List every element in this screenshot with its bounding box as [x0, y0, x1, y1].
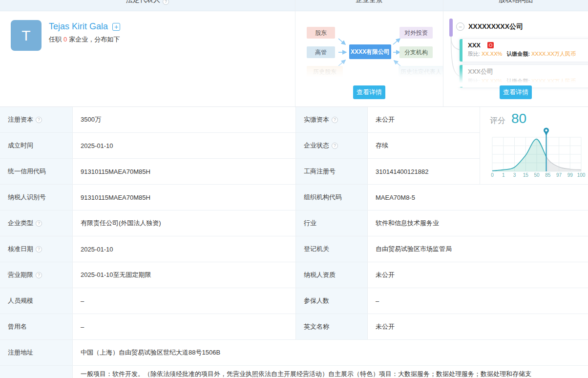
- table-row: 核准日期 2025-01-10 登记机关 自由贸易试验区市场监管局: [0, 236, 588, 262]
- field-label: 英文名称: [295, 314, 367, 339]
- score-chart-cell: 评分 80 0131550859799100: [480, 107, 588, 185]
- equity-ratio: XX.XX%: [482, 78, 502, 84]
- field-value: 2025-01-10: [72, 236, 295, 262]
- field-value: –: [367, 288, 588, 314]
- actual-controller-icon: [487, 42, 494, 48]
- node-outbound-investment[interactable]: 对外投资: [399, 27, 433, 39]
- svg-text:3: 3: [513, 172, 516, 178]
- company-info-table: 评分 80 0131550859799100 注册资本 3500万 实缴资本 未…: [0, 107, 588, 378]
- field-value: MAEA70M8-5: [367, 185, 588, 210]
- help-icon[interactable]: [36, 246, 42, 252]
- svg-text:99: 99: [567, 172, 573, 178]
- svg-text:97: 97: [556, 172, 562, 178]
- help-icon[interactable]: [36, 117, 42, 123]
- field-value: –: [72, 314, 295, 339]
- field-value: 有限责任公司(外国法人独资): [72, 210, 295, 236]
- equity-header: 股权结构图: [443, 0, 588, 11]
- svg-text:0: 0: [491, 172, 494, 178]
- node-branches[interactable]: 分支机构: [399, 46, 433, 58]
- company-count: 0: [63, 36, 67, 43]
- top-section: 法定代表人 T Tejas Kirit Gala 任职0家企业，分布如下 企业全…: [0, 0, 588, 107]
- equity-amount: XXXX.XX万人民币: [531, 78, 576, 84]
- node-history-legal-rep[interactable]: 历史法定代表人: [399, 66, 443, 78]
- node-executives[interactable]: 高管: [307, 46, 335, 58]
- field-label: 成立时间: [0, 133, 72, 158]
- help-icon[interactable]: [332, 117, 338, 123]
- equity-root-company[interactable]: XXXXXXXXX公司: [468, 22, 523, 31]
- legal-rep-header: 法定代表人: [0, 0, 295, 11]
- equity-panel: 股权结构图 XXXXXXXXX公司 XXX 股比:XX.XX% 认缴金额:XXX…: [443, 0, 588, 106]
- field-label: 纳税人识别号: [0, 185, 72, 210]
- field-label: 人员规模: [0, 288, 72, 314]
- table-row: 一般项目：软件开发。（除依法须经批准的项目外，凭营业执照依法自主开展经营活动）自…: [0, 366, 588, 378]
- field-value: 2025-01-10: [72, 133, 295, 158]
- field-label: 实缴资本: [295, 107, 367, 132]
- panorama-header-label: 企业全景: [356, 0, 383, 3]
- avatar: T: [11, 20, 42, 51]
- equity-detail-button[interactable]: 查看详情: [500, 85, 532, 99]
- field-value: 软件和信息技术服务业: [367, 210, 588, 236]
- equity-child-row[interactable]: XXX 股比:XX.XX% 认缴金额:XXXX.XX万人民币: [460, 39, 588, 62]
- node-company-center[interactable]: XXXX有限公司: [349, 44, 391, 59]
- collapse-icon[interactable]: [456, 22, 464, 31]
- field-value: 91310115MAEA70M85H: [72, 185, 295, 210]
- field-label: 营业期限: [0, 262, 72, 288]
- field-label: 企业状态: [295, 133, 367, 158]
- field-label: 纳税人资质: [295, 262, 367, 288]
- equity-child-name[interactable]: XXX: [468, 42, 481, 49]
- field-value: 91310115MAEA70M85H: [72, 159, 295, 184]
- legal-rep-name-link[interactable]: Tejas Kirit Gala: [49, 21, 120, 32]
- node-history-shareholders[interactable]: 历史股东: [307, 66, 343, 78]
- field-value: 中国（上海）自由贸易试验区世纪大道88号1506B: [72, 340, 588, 365]
- svg-text:50: 50: [534, 172, 540, 178]
- field-label: [0, 366, 72, 378]
- field-value: 未公开: [367, 262, 588, 288]
- table-row: 曾用名 – 英文名称 未公开: [0, 314, 588, 340]
- equity-header-label: 股权结构图: [499, 0, 533, 3]
- equity-amount: XXXX.XX万人民币: [531, 51, 576, 57]
- field-label: 注册资本: [0, 107, 72, 132]
- score-distribution-chart: 0131550859799100: [490, 126, 584, 179]
- table-row: 人员规模 – 参保人数 –: [0, 288, 588, 314]
- table-row: 企业类型 有限责任公司(外国法人独资) 行业 软件和信息技术服务业: [0, 210, 588, 236]
- table-row: 纳税人识别号 91310115MAEA70M85H 组织机构代码 MAEA70M…: [0, 185, 588, 210]
- field-label: 注册地址: [0, 340, 72, 365]
- legal-rep-panel: 法定代表人 T Tejas Kirit Gala 任职0家企业，分布如下: [0, 0, 295, 106]
- field-label: 核准日期: [0, 236, 72, 262]
- table-row: 营业期限 2025-01-10至无固定期限 纳税人资质 未公开: [0, 262, 588, 288]
- field-label: 统一信用代码: [0, 159, 72, 184]
- help-icon[interactable]: [36, 272, 42, 278]
- score-label: 评分: [490, 116, 505, 126]
- panorama-header: 企业全景: [295, 0, 443, 11]
- equity-child-row[interactable]: XXX公司 股比:XX.XX% 认缴金额:XXXX.XX万人民币: [460, 65, 588, 87]
- help-icon[interactable]: [332, 143, 338, 149]
- equity-ratio: XX.XX%: [482, 51, 502, 57]
- equity-root-bar: [449, 19, 453, 37]
- help-icon[interactable]: [163, 0, 169, 5]
- field-value: 3500万: [72, 107, 295, 132]
- legal-rep-name[interactable]: Tejas Kirit Gala: [49, 21, 108, 32]
- score-value: 80: [511, 111, 526, 126]
- node-shareholders[interactable]: 股东: [307, 27, 335, 39]
- table-row: 注册地址 中国（上海）自由贸易试验区世纪大道88号1506B: [0, 340, 588, 366]
- field-label: 参保人数: [295, 288, 367, 314]
- panorama-detail-button[interactable]: 查看详情: [353, 85, 385, 99]
- equity-child-bar: [460, 65, 462, 87]
- field-label: 行业: [295, 210, 367, 236]
- legal-rep-summary: 任职0家企业，分布如下: [49, 35, 120, 44]
- field-label: 组织机构代码: [295, 185, 367, 210]
- svg-text:1: 1: [502, 172, 505, 178]
- field-label: 曾用名: [0, 314, 72, 339]
- svg-text:85: 85: [545, 172, 551, 178]
- field-value: 2025-01-10至无固定期限: [72, 262, 295, 288]
- field-value: 自由贸易试验区市场监管局: [367, 236, 588, 262]
- equity-child-name[interactable]: XXX公司: [468, 67, 493, 76]
- panorama-panel: 企业全景 股东 高管 历史股东 XXXX有限公司 对外投资 分支机构 历史法定代…: [295, 0, 443, 106]
- field-label: 登记机关: [295, 236, 367, 262]
- avatar-letter: T: [21, 27, 30, 44]
- help-icon[interactable]: [36, 220, 42, 227]
- equity-child-bar: [460, 39, 462, 62]
- svg-text:100: 100: [577, 172, 586, 178]
- add-monitor-icon[interactable]: [112, 23, 120, 31]
- svg-text:15: 15: [523, 172, 529, 178]
